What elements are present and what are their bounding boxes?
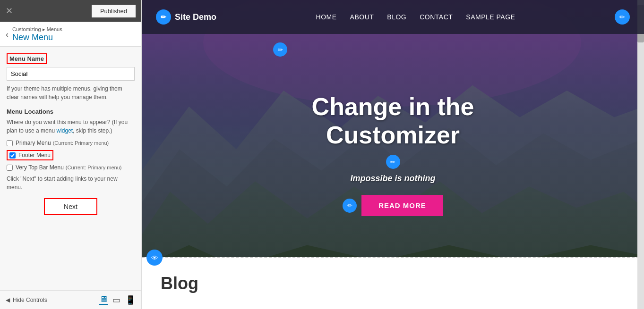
mobile-icon[interactable]: 📱 xyxy=(125,295,136,305)
footer-menu-label: Footer Menu xyxy=(18,152,51,159)
published-button[interactable]: Published xyxy=(92,5,136,17)
site-logo: ✏ Site Demo xyxy=(156,9,216,25)
footer-menu-checkbox[interactable] xyxy=(9,152,16,159)
very-top-menu-row: Very Top Bar Menu (Current: Primary menu… xyxy=(7,164,135,171)
menu-name-label: Menu Name xyxy=(7,53,47,64)
primary-menu-row: Primary Menu (Current: Primary menu) xyxy=(7,140,135,146)
locations-help: Where do you want this menu to appear? (… xyxy=(7,118,135,135)
next-btn-wrapper: Next xyxy=(7,198,135,215)
header-edit-icon[interactable]: ✏ xyxy=(615,9,630,25)
read-more-button[interactable]: READ MORE xyxy=(361,195,443,216)
back-button[interactable]: ‹ xyxy=(6,30,9,39)
primary-menu-current: (Current: Primary menu) xyxy=(53,140,109,146)
breadcrumb-area: Customizing ▸ Menus New Menu xyxy=(12,26,62,42)
tagline-edit-icon[interactable]: ✏ xyxy=(386,155,400,169)
very-top-menu-current: (Current: Primary menu) xyxy=(66,165,122,170)
menu-name-input[interactable] xyxy=(7,67,135,81)
eye-icon[interactable]: 👁 xyxy=(146,250,163,266)
page-title: New Menu xyxy=(12,33,62,42)
panel-content: Menu Name If your theme has multiple men… xyxy=(0,47,141,290)
site-logo-text: Site Demo xyxy=(175,12,216,22)
primary-menu-label: Primary Menu xyxy=(16,140,51,146)
site-preview: ✏ Site Demo HOME ABOUT BLOG CONTACT SAMP… xyxy=(142,0,644,309)
device-icons: 🖥 ▭ 📱 xyxy=(99,294,136,305)
desktop-icon[interactable]: 🖥 xyxy=(99,294,108,305)
logo-icon: ✏ xyxy=(156,9,171,25)
very-top-menu-label: Very Top Bar Menu xyxy=(16,164,64,171)
customizer-panel: ✕ Published ‹ Customizing ▸ Menus New Me… xyxy=(0,0,142,309)
nav-contact[interactable]: CONTACT xyxy=(420,13,453,21)
nav-area: ‹ Customizing ▸ Menus New Menu xyxy=(0,22,141,47)
widget-link[interactable]: widget xyxy=(56,127,73,134)
read-more-edit-icon[interactable]: ✏ xyxy=(343,199,357,213)
nav-sample-page[interactable]: SAMPLE PAGE xyxy=(466,13,515,21)
next-button[interactable]: Next xyxy=(44,198,97,215)
very-top-menu-checkbox[interactable] xyxy=(7,165,13,171)
hide-controls-button[interactable]: ◀ Hide Controls xyxy=(6,297,47,303)
bottom-bar: ◀ Hide Controls 🖥 ▭ 📱 xyxy=(0,290,141,309)
tablet-icon[interactable]: ▭ xyxy=(112,295,120,305)
menu-name-help: If your theme has multiple menus, giving… xyxy=(7,84,135,101)
nav-home[interactable]: HOME xyxy=(316,13,337,21)
hero-tagline: Impossibe is nothing xyxy=(350,174,435,184)
click-hint: Click "Next" to start adding links to yo… xyxy=(7,175,135,192)
site-header: ✏ Site Demo HOME ABOUT BLOG CONTACT SAMP… xyxy=(142,0,644,34)
primary-menu-checkbox[interactable] xyxy=(7,140,13,146)
blog-title: Blog xyxy=(161,274,198,293)
top-bar: ✕ Published xyxy=(0,0,141,22)
hero-title-edit-icon[interactable]: ✏ xyxy=(273,42,287,57)
hero-heading: Change in the Customizer xyxy=(312,93,474,150)
breadcrumb: Customizing ▸ Menus xyxy=(12,26,62,33)
blog-preview: 👁 Blog xyxy=(142,257,644,309)
site-nav: HOME ABOUT BLOG CONTACT SAMPLE PAGE xyxy=(316,13,515,21)
hide-controls-icon: ◀ xyxy=(6,297,10,303)
nav-blog[interactable]: BLOG xyxy=(387,13,406,21)
hide-controls-label: Hide Controls xyxy=(13,297,47,303)
locations-title: Menu Locations xyxy=(7,108,135,115)
nav-about[interactable]: ABOUT xyxy=(350,13,374,21)
close-button[interactable]: ✕ xyxy=(6,7,13,15)
footer-menu-row: Footer Menu xyxy=(7,150,135,160)
scrollbar[interactable] xyxy=(637,0,644,309)
